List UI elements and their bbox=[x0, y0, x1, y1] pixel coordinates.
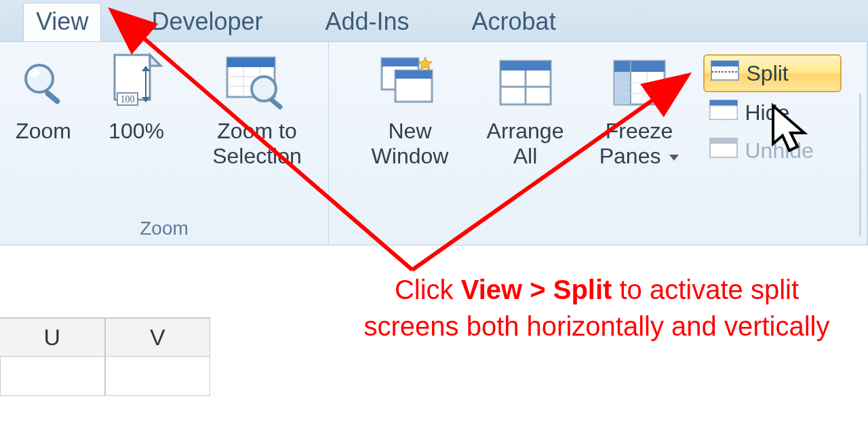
svg-point-0 bbox=[26, 65, 53, 92]
arrange-all-label-l2: All bbox=[513, 144, 538, 169]
svg-rect-38 bbox=[710, 100, 737, 106]
new-window-label-l1: New bbox=[388, 119, 431, 144]
freeze-panes-icon bbox=[585, 50, 694, 115]
sheet-magnifier-icon bbox=[189, 50, 325, 115]
hide-icon bbox=[709, 98, 738, 127]
ribbon-separator bbox=[859, 94, 861, 237]
zoom-100-label: 100% bbox=[108, 119, 164, 144]
zoom-100-button[interactable]: 100 100% bbox=[89, 50, 184, 144]
freeze-panes-label-l2: Panes bbox=[599, 144, 661, 168]
unhide-label: Unhide bbox=[745, 138, 814, 163]
ribbon-group-window: New Window Arrange All bbox=[329, 42, 868, 245]
freeze-panes-label-l1: Freeze bbox=[606, 119, 673, 143]
tab-acrobat[interactable]: Acrobat bbox=[460, 3, 568, 41]
svg-rect-41 bbox=[710, 138, 737, 144]
worksheet-headers: U V bbox=[0, 285, 210, 396]
unhide-icon bbox=[709, 136, 738, 165]
svg-rect-24 bbox=[500, 61, 551, 71]
column-header-u[interactable]: U bbox=[0, 317, 105, 357]
ribbon: Zoom 100 100% bbox=[0, 42, 868, 245]
arrange-all-label-l1: Arrange bbox=[487, 119, 564, 144]
hide-button[interactable]: Hide bbox=[703, 95, 842, 130]
freeze-panes-button[interactable]: Freeze Panes bbox=[585, 50, 694, 169]
column-header-v[interactable]: V bbox=[105, 317, 211, 357]
svg-rect-29 bbox=[614, 72, 631, 104]
zoom-to-selection-label-l2: Selection bbox=[212, 144, 302, 169]
new-window-label-l2: Window bbox=[372, 144, 449, 169]
tab-view[interactable]: View bbox=[23, 3, 101, 41]
svg-point-16 bbox=[252, 77, 276, 101]
annotation-prefix: Click bbox=[395, 275, 461, 304]
arrange-all-button[interactable]: Arrange All bbox=[471, 50, 580, 169]
window-small-buttons: Split Hide bbox=[699, 50, 842, 168]
new-window-button[interactable]: New Window bbox=[355, 50, 466, 169]
arrange-all-icon bbox=[471, 50, 580, 115]
ribbon-tabstrip: View Developer Add-Ins Acrobat bbox=[0, 0, 868, 42]
split-button[interactable]: Split bbox=[703, 54, 842, 92]
group-label-zoom: Zoom bbox=[140, 216, 189, 241]
zoom-label: Zoom bbox=[16, 119, 71, 144]
unhide-button[interactable]: Unhide bbox=[703, 133, 842, 168]
cell[interactable] bbox=[0, 357, 105, 396]
magnifier-icon bbox=[3, 50, 83, 115]
annotation-text: Click View > Split to activate split scr… bbox=[353, 271, 841, 344]
svg-point-1 bbox=[28, 69, 39, 77]
svg-rect-19 bbox=[382, 58, 418, 66]
hide-label: Hide bbox=[745, 100, 790, 125]
svg-rect-2 bbox=[44, 90, 61, 105]
new-window-icon bbox=[355, 50, 466, 115]
chevron-down-icon bbox=[669, 155, 679, 161]
tab-addins[interactable]: Add-Ins bbox=[313, 3, 421, 41]
page-100-icon: 100 bbox=[89, 50, 184, 115]
svg-rect-35 bbox=[711, 61, 738, 66]
svg-rect-21 bbox=[395, 71, 432, 79]
zoom-to-selection-label-l1: Zoom to bbox=[217, 119, 296, 144]
tab-developer[interactable]: Developer bbox=[139, 3, 275, 41]
svg-rect-11 bbox=[227, 58, 275, 67]
cell[interactable] bbox=[105, 357, 210, 396]
svg-rect-28 bbox=[614, 61, 665, 72]
svg-marker-22 bbox=[418, 57, 432, 70]
svg-rect-39 bbox=[710, 106, 737, 119]
svg-text:100: 100 bbox=[121, 94, 135, 104]
zoom-to-selection-button[interactable]: Zoom to Selection bbox=[189, 50, 325, 169]
split-icon bbox=[710, 58, 740, 88]
annotation-bold: View > Split bbox=[461, 275, 612, 304]
split-label: Split bbox=[747, 61, 789, 86]
ribbon-group-zoom: Zoom 100 100% bbox=[0, 42, 329, 245]
zoom-button[interactable]: Zoom bbox=[3, 50, 83, 144]
svg-rect-17 bbox=[269, 97, 283, 111]
